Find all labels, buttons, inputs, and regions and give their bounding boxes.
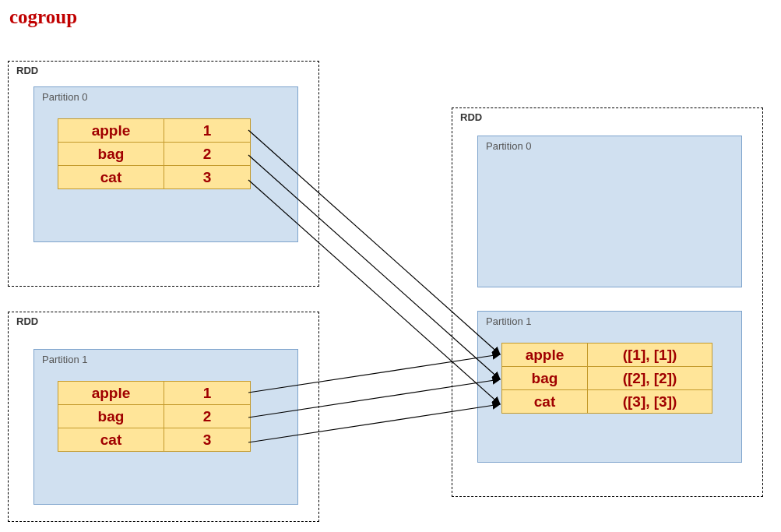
table-row: cat 3 (58, 166, 251, 189)
cell-value: ([3], [3]) (588, 390, 712, 414)
rdd-box-right: RDD Partition 0 Partition 1 apple ([1], … (452, 107, 763, 497)
diagram-title: cogroup (9, 6, 77, 28)
table-row: apple ([1], [1]) (502, 344, 712, 367)
partition-label: Partition 0 (486, 140, 532, 152)
table-row: bag ([2], [2]) (502, 367, 712, 390)
cell-key: cat (58, 428, 164, 452)
partition-label: Partition 0 (42, 91, 88, 103)
kv-table-right: apple ([1], [1]) bag ([2], [2]) cat ([3]… (501, 343, 712, 414)
rdd-label: RDD (460, 111, 482, 123)
partition-box-1: Partition 1 apple 1 bag 2 cat 3 (33, 349, 298, 505)
cell-key: apple (502, 344, 588, 367)
cell-value: 2 (164, 405, 251, 428)
kv-table-left-top: apple 1 bag 2 cat 3 (58, 118, 251, 189)
cell-key: bag (58, 143, 164, 166)
rdd-label: RDD (16, 65, 38, 76)
cell-value: 3 (164, 428, 251, 452)
cell-value: 2 (164, 143, 251, 166)
cell-value: 3 (164, 166, 251, 189)
cell-value: 1 (164, 119, 251, 143)
cell-key: bag (502, 367, 588, 390)
rdd-box-left-top: RDD Partition 0 apple 1 bag 2 cat 3 (8, 61, 319, 287)
diagram-canvas: cogroup RDD Partition 0 apple 1 bag 2 ca… (0, 0, 781, 532)
cell-key: bag (58, 405, 164, 428)
cell-key: apple (58, 119, 164, 143)
kv-table-left-bottom: apple 1 bag 2 cat 3 (58, 381, 251, 452)
partition-label: Partition 1 (486, 315, 532, 327)
cell-key: cat (502, 390, 588, 414)
cell-key: cat (58, 166, 164, 189)
cell-value: ([2], [2]) (588, 367, 712, 390)
rdd-label: RDD (16, 315, 38, 327)
table-row: cat 3 (58, 428, 251, 452)
partition-label: Partition 1 (42, 354, 88, 365)
table-row: bag 2 (58, 405, 251, 428)
table-row: apple 1 (58, 382, 251, 405)
partition-box-right-0: Partition 0 (477, 136, 742, 287)
table-row: bag 2 (58, 143, 251, 166)
cell-value: ([1], [1]) (588, 344, 712, 367)
partition-box-0: Partition 0 apple 1 bag 2 cat 3 (33, 86, 298, 242)
cell-value: 1 (164, 382, 251, 405)
cell-key: apple (58, 382, 164, 405)
table-row: apple 1 (58, 119, 251, 143)
table-row: cat ([3], [3]) (502, 390, 712, 414)
rdd-box-left-bottom: RDD Partition 1 apple 1 bag 2 cat 3 (8, 312, 319, 522)
partition-box-right-1: Partition 1 apple ([1], [1]) bag ([2], [… (477, 311, 742, 463)
